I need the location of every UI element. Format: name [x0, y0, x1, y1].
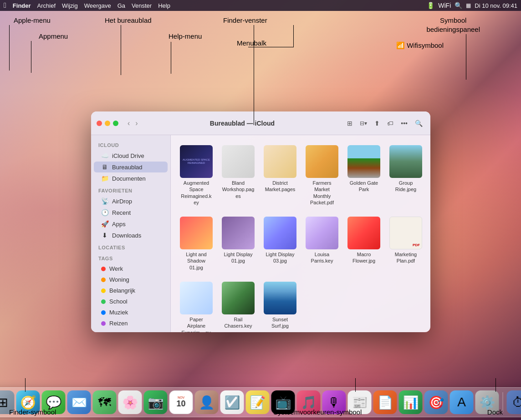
- file-thumbnail: [264, 145, 296, 178]
- tag-label: Belangrijk: [109, 287, 135, 294]
- menubar-venster[interactable]: Venster: [132, 2, 152, 9]
- menubar-help[interactable]: Help: [158, 2, 170, 9]
- dock-item-numbers[interactable]: 📊: [399, 390, 423, 414]
- file-thumbnail: [347, 145, 380, 178]
- sidebar-item-tag-woning[interactable]: Woning: [94, 274, 168, 285]
- file-item[interactable]: Marketing Plan.pdf: [388, 214, 424, 273]
- dock-item-music[interactable]: 🎵: [297, 390, 321, 414]
- file-item[interactable]: DistrictMarket.pages: [262, 142, 298, 208]
- dock-item-safari[interactable]: 🧭: [16, 390, 40, 414]
- sidebar-item-tag-muziek[interactable]: Muziek: [94, 307, 168, 318]
- sidebar-item-tag-gezin[interactable]: Gezin: [94, 329, 168, 332]
- dock-item-news[interactable]: 📰: [348, 390, 372, 414]
- view-icon-button[interactable]: ⊞: [345, 118, 355, 128]
- search-button[interactable]: 🔍: [413, 118, 425, 128]
- sidebar-item-recent[interactable]: 🕐 Recent: [94, 207, 168, 218]
- dock-item-launchpad[interactable]: ⊞: [0, 390, 15, 414]
- file-thumbnail: [180, 282, 213, 314]
- finder-window-title: Bureaublad — iCloud: [143, 120, 342, 127]
- back-button[interactable]: ‹: [126, 118, 132, 128]
- apple-menu-icon[interactable]: : [4, 1, 6, 10]
- dock-item-tv[interactable]: 📺: [271, 390, 295, 414]
- file-name: Light Display01.jpg: [224, 251, 253, 264]
- file-item[interactable]: Louisa Parris.key: [304, 214, 340, 273]
- file-item[interactable]: Group Ride.jpeg: [388, 142, 424, 208]
- menubar-ga[interactable]: Ga: [117, 2, 125, 9]
- file-thumbnail: [306, 145, 338, 178]
- file-name: Marketing Plan.pdf: [389, 251, 422, 264]
- arrange-button[interactable]: ⊟▾: [358, 119, 369, 128]
- dock-item-maps[interactable]: 🗺: [93, 390, 117, 414]
- dock-item-facetime[interactable]: 📷: [144, 390, 168, 414]
- sidebar-item-bureaublad[interactable]: 🖥 Bureaublad: [94, 162, 168, 172]
- share-button[interactable]: ⬆: [372, 118, 382, 128]
- dock-item-photos[interactable]: 🌸: [118, 390, 142, 414]
- file-name: Rail Chasers.key: [222, 316, 255, 329]
- file-thumbnail: [180, 217, 213, 249]
- file-thumbnail: [389, 145, 422, 178]
- sidebar-item-tag-werk[interactable]: Werk: [94, 263, 168, 274]
- sidebar-item-documenten[interactable]: 📁 Documenten: [94, 173, 168, 184]
- file-item[interactable]: Augmented SpaceReimagined.key: [178, 142, 215, 208]
- file-item[interactable]: Golden Gate Park: [346, 142, 382, 208]
- file-name: Paper AirplaneExperim....numbers: [180, 316, 213, 332]
- dock-item-systemprefs[interactable]: ⚙️: [475, 390, 499, 414]
- tag-dot: [101, 267, 106, 271]
- dock-item-keynote[interactable]: 🎯: [424, 390, 448, 414]
- icloud-drive-icon: ☁️: [101, 152, 108, 159]
- tag-label: Woning: [109, 276, 129, 283]
- sidebar-item-airdrop[interactable]: 📡 AirDrop: [94, 196, 168, 207]
- file-item[interactable]: Paper AirplaneExperim....numbers: [178, 279, 215, 332]
- dock-item-podcasts[interactable]: 🎙: [322, 390, 346, 414]
- dock-item-reminders[interactable]: ☑️: [220, 390, 244, 414]
- file-name: Macro Flower.jpg: [347, 251, 380, 264]
- minimize-button[interactable]: [105, 121, 110, 126]
- finder-window: ‹ › Bureaublad — iCloud ⊞ ⊟▾ ⬆ 🏷 ••• 🔍 i…: [91, 111, 430, 332]
- forward-button[interactable]: ›: [133, 118, 139, 128]
- file-item[interactable]: Light Display03.jpg: [262, 214, 298, 273]
- sidebar-item-tag-school[interactable]: School: [94, 296, 168, 307]
- dock-item-screentime[interactable]: ⏱: [507, 390, 521, 414]
- datetime-label: Di 10 nov. 09:41: [475, 2, 517, 9]
- window-controls: [97, 121, 118, 126]
- file-item[interactable]: Sunset Surf.jpg: [262, 279, 298, 332]
- more-button[interactable]: •••: [398, 118, 410, 128]
- file-grid: Augmented SpaceReimagined.key BlandWorks…: [171, 135, 430, 332]
- tag-label: Gezin: [109, 331, 125, 332]
- wifi-icon[interactable]: WiFi: [438, 2, 451, 9]
- sidebar-item-downloads[interactable]: ⬇ Downloads: [94, 230, 168, 241]
- menubar-weergave[interactable]: Weergave: [84, 2, 111, 9]
- sidebar-item-tag-belangrijk[interactable]: Belangrijk: [94, 285, 168, 296]
- dock-item-contacts[interactable]: 👤: [195, 390, 219, 414]
- file-name: Sunset Surf.jpg: [264, 316, 296, 329]
- display-icon[interactable]: ▦: [466, 2, 471, 9]
- app-menu-finder[interactable]: Finder: [13, 2, 31, 9]
- toolbar-nav: ‹ ›: [126, 118, 140, 128]
- file-thumbnail: [180, 145, 213, 178]
- maximize-button[interactable]: [113, 121, 118, 126]
- close-button[interactable]: [97, 121, 102, 126]
- file-item[interactable]: Macro Flower.jpg: [346, 214, 382, 273]
- file-item[interactable]: Light Display01.jpg: [220, 214, 256, 273]
- file-name: Golden Gate Park: [347, 180, 380, 193]
- file-item[interactable]: BlandWorkshop.pages: [220, 142, 256, 208]
- dock-item-pages[interactable]: 📄: [373, 390, 397, 414]
- file-item[interactable]: Farmers MarketMonthly Packet.pdf: [304, 142, 340, 208]
- file-thumbnail: [389, 217, 422, 249]
- sidebar-item-icloud-drive[interactable]: ☁️ iCloud Drive: [94, 150, 168, 161]
- sidebar-item-tag-reizen[interactable]: Reizen: [94, 318, 168, 329]
- dock-item-appstore[interactable]: A: [450, 390, 474, 414]
- dock-container: ⊞🧭💬✉️🗺🌸📷NOV10👤☑️📝📺🎵🎙📰📄📊🎯A⚙️⏱🗑: [0, 387, 521, 417]
- dock-item-notes[interactable]: 📝: [246, 390, 270, 414]
- sidebar-item-apps[interactable]: 🚀 Apps: [94, 218, 168, 229]
- dock-item-messages[interactable]: 💬: [42, 390, 66, 414]
- menubar-archief[interactable]: Archief: [37, 2, 56, 9]
- file-item[interactable]: Rail Chasers.key: [220, 279, 256, 332]
- battery-icon: 🔋: [427, 2, 434, 9]
- tag-button[interactable]: 🏷: [385, 118, 396, 128]
- search-icon[interactable]: 🔍: [455, 2, 462, 9]
- dock-item-mail[interactable]: ✉️: [67, 390, 91, 414]
- menubar-wijzig[interactable]: Wijzig: [62, 2, 78, 9]
- dock-item-calendar[interactable]: NOV10: [169, 390, 193, 414]
- file-item[interactable]: Light and Shadow01.jpg: [178, 214, 215, 273]
